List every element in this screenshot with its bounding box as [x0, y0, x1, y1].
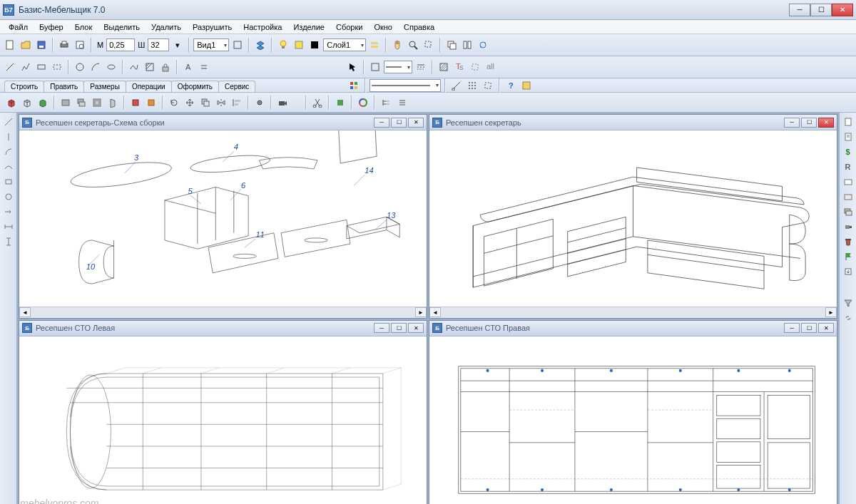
- line-v-icon[interactable]: [2, 130, 15, 143]
- menu-assemblies[interactable]: Сборки: [330, 21, 368, 33]
- tab-dimensions[interactable]: Размеры: [83, 81, 126, 92]
- menu-buffer[interactable]: Буфер: [34, 21, 69, 33]
- hscrollbar[interactable]: ◄►: [429, 307, 837, 318]
- palette-icon[interactable]: [347, 78, 361, 93]
- window-tile-icon[interactable]: [460, 38, 474, 52]
- zoom-icon[interactable]: [406, 38, 420, 52]
- rotate-icon[interactable]: [167, 96, 181, 110]
- mat-green-icon[interactable]: [333, 96, 347, 110]
- text-icon[interactable]: A: [181, 60, 195, 74]
- help-icon[interactable]: ?: [504, 78, 518, 93]
- cube-red-icon[interactable]: [128, 96, 143, 110]
- mdi-minimize-button[interactable]: ─: [784, 118, 800, 128]
- cube-orange-icon[interactable]: [144, 96, 158, 110]
- snap-end-icon[interactable]: [449, 78, 464, 93]
- report-icon[interactable]: [842, 130, 855, 143]
- camera-icon[interactable]: [275, 96, 290, 110]
- hardware-icon[interactable]: [253, 96, 267, 110]
- arrow-tool-icon[interactable]: [2, 205, 15, 218]
- text-style-icon[interactable]: Ts: [452, 60, 467, 74]
- canvas[interactable]: 345 61011 1413: [19, 130, 427, 307]
- snap-sel-icon[interactable]: [481, 78, 495, 93]
- ellipse-icon[interactable]: [104, 60, 118, 74]
- dim-v-icon[interactable]: [2, 235, 15, 248]
- color-pick-icon[interactable]: [368, 60, 382, 74]
- layer-select[interactable]: Слой1: [323, 38, 366, 51]
- all-icon[interactable]: all: [484, 60, 498, 74]
- mdi-maximize-button[interactable]: ☐: [391, 323, 407, 333]
- tree-icon[interactable]: [379, 96, 393, 110]
- price-icon[interactable]: $: [842, 145, 855, 158]
- print-preview-icon[interactable]: [73, 38, 87, 52]
- refresh-icon[interactable]: [476, 38, 490, 52]
- arc-tool-icon[interactable]: [2, 145, 15, 158]
- mirror-icon[interactable]: [214, 96, 228, 110]
- pointer-icon[interactable]: [345, 60, 360, 74]
- r-icon[interactable]: R: [842, 160, 855, 173]
- panel-side-icon[interactable]: [106, 96, 120, 110]
- line-tool-icon[interactable]: [2, 115, 15, 128]
- linestyle-select[interactable]: [370, 79, 441, 92]
- width-w-input[interactable]: [148, 38, 169, 51]
- arc-icon[interactable]: [88, 60, 103, 74]
- layers-r-icon[interactable]: [842, 205, 855, 218]
- snap-grid-icon[interactable]: [465, 78, 479, 93]
- box3d-green-icon[interactable]: [36, 96, 50, 110]
- mdi-close-button[interactable]: ✕: [408, 323, 424, 333]
- menu-settings[interactable]: Настройка: [238, 21, 287, 33]
- align-icon[interactable]: [230, 96, 244, 110]
- print-icon[interactable]: [57, 38, 71, 52]
- canvas[interactable]: [429, 336, 837, 504]
- canvas[interactable]: [429, 130, 837, 307]
- panel-multi-icon[interactable]: [74, 96, 88, 110]
- hscrollbar[interactable]: ◄►: [19, 307, 427, 318]
- flag-icon[interactable]: [842, 250, 855, 263]
- canvas[interactable]: [19, 336, 427, 504]
- hatch-pattern-icon[interactable]: [437, 60, 451, 74]
- circle-icon[interactable]: [73, 60, 87, 74]
- menu-product[interactable]: Изделие: [287, 21, 330, 33]
- menu-select[interactable]: Выделить: [98, 21, 146, 33]
- doc-icon[interactable]: [842, 115, 855, 128]
- view-tool-icon[interactable]: [230, 38, 245, 52]
- window-copy-icon[interactable]: [444, 38, 459, 52]
- filter-icon[interactable]: [842, 297, 855, 309]
- card2-icon[interactable]: [842, 190, 855, 203]
- circle-tool-icon[interactable]: [2, 190, 15, 203]
- list-icon[interactable]: [394, 96, 409, 110]
- mdi-minimize-button[interactable]: ─: [374, 323, 389, 333]
- dim-h-icon[interactable]: [2, 220, 15, 233]
- menu-file[interactable]: Файл: [3, 21, 34, 33]
- dropdown-icon[interactable]: ▾: [170, 38, 185, 52]
- rect-icon[interactable]: [34, 60, 49, 74]
- color-yellow-icon[interactable]: [292, 38, 306, 52]
- tab-edit[interactable]: Править: [44, 81, 84, 92]
- mdi-maximize-button[interactable]: ☐: [391, 118, 407, 128]
- spline-icon[interactable]: [127, 60, 141, 74]
- link-icon[interactable]: [842, 312, 855, 324]
- info-icon[interactable]: [519, 78, 534, 93]
- cut-icon[interactable]: [310, 96, 325, 110]
- line-icon[interactable]: [3, 60, 17, 74]
- minimize-button[interactable]: ─: [789, 4, 810, 16]
- card-icon[interactable]: [842, 175, 855, 188]
- menu-help[interactable]: Справка: [398, 21, 440, 33]
- rect-dash-icon[interactable]: [50, 60, 64, 74]
- mdi-maximize-button[interactable]: ☐: [801, 118, 817, 128]
- hand-icon[interactable]: [390, 38, 404, 52]
- rect-tool-icon[interactable]: [2, 175, 15, 188]
- color-black-icon[interactable]: [307, 38, 322, 52]
- export-icon[interactable]: [842, 265, 855, 278]
- new-icon[interactable]: [3, 38, 17, 52]
- mdi-maximize-button[interactable]: ☐: [801, 323, 817, 333]
- tab-build[interactable]: Строить: [4, 81, 44, 92]
- polyline-icon[interactable]: [19, 60, 33, 74]
- drill-icon[interactable]: [842, 220, 855, 233]
- copy-panel-icon[interactable]: [198, 96, 213, 110]
- panel-front-icon[interactable]: [90, 96, 104, 110]
- linetype-icon[interactable]: [414, 60, 428, 74]
- box-dash-icon[interactable]: [468, 60, 482, 74]
- menu-window[interactable]: Окно: [368, 21, 398, 33]
- color-wheel-icon[interactable]: [356, 96, 370, 110]
- close-button[interactable]: ✕: [832, 4, 853, 16]
